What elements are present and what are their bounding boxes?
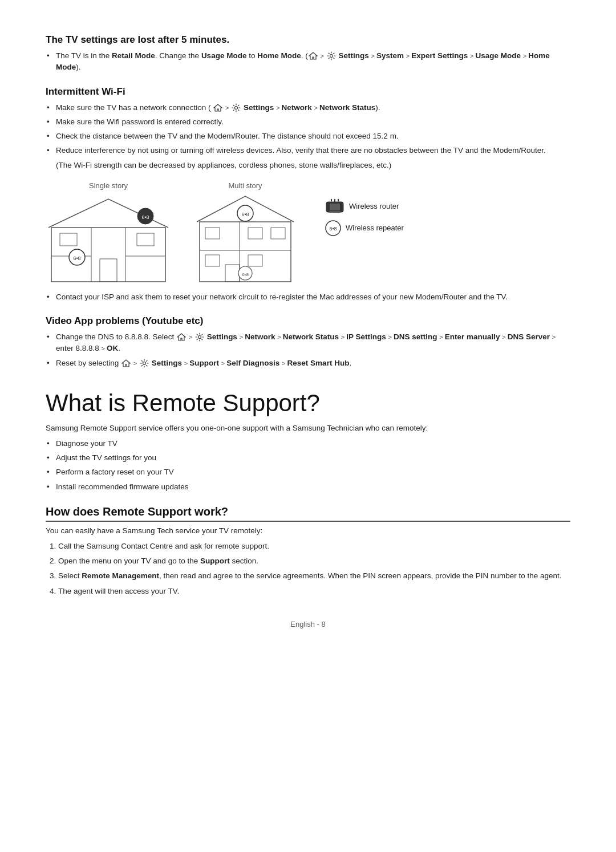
router-legend-item: Wireless router [325, 198, 404, 214]
how-remote-support-section: How does Remote Support work? You can ea… [46, 505, 570, 597]
wifi-bullet-4: Reduce interference by not using or turn… [46, 145, 570, 156]
how-intro: You can easily have a Samsung Tech servi… [46, 526, 570, 535]
dns-setting-label: DNS setting [394, 332, 437, 341]
svg-text:6•8: 6•8 [241, 212, 249, 217]
how-step-2: Open the menu on your TV and go to the S… [58, 555, 570, 567]
video-bullet-2: Reset by selecting > Settings > Support … [46, 358, 570, 369]
svg-rect-20 [248, 255, 262, 266]
home-icon [177, 333, 186, 341]
svg-rect-31 [329, 211, 341, 213]
remote-support-section: What is Remote Support? Samsung Remote S… [46, 390, 570, 493]
chevron: > [439, 334, 444, 340]
chevron: > [184, 360, 189, 367]
chevron: > [406, 52, 411, 59]
remote-bullet-4: Install recommended firmware updates [46, 481, 570, 493]
svg-rect-6 [100, 259, 117, 282]
reset-text: Reset by selecting > Settings > Support … [56, 359, 351, 367]
single-story-svg: 6•8 6•8 [46, 193, 171, 285]
network-status-label: Network Status [319, 103, 375, 112]
dns-change-text: Change the DNS to 8.8.8.8. Select > Sett… [56, 332, 556, 352]
support-label: Support [200, 557, 230, 565]
video-bullet-1: Change the DNS to 8.8.8.8. Select > Sett… [46, 331, 570, 355]
svg-rect-27 [330, 204, 340, 210]
gear-icon [140, 359, 149, 368]
chevron: > [240, 334, 245, 340]
svg-rect-19 [205, 255, 220, 266]
router-legend-icon [325, 198, 345, 214]
multi-story-label: Multi story [228, 181, 262, 190]
svg-text:6•8: 6•8 [329, 226, 337, 232]
svg-rect-8 [137, 233, 154, 246]
tv-settings-bullet-1: The TV is in the Retail Mode. Change the… [46, 50, 570, 74]
chevron: > [277, 334, 282, 340]
settings-label: Settings [338, 51, 368, 60]
ip-settings-label: IP Settings [346, 332, 386, 341]
wifi-bullet-2: Make sure the Wifi password is entered c… [46, 116, 570, 128]
video-app-section: Video App problems (Youtube etc) Change … [46, 315, 570, 369]
tv-settings-title: The TV settings are lost after 5 minutes… [46, 34, 570, 46]
chevron: > [341, 334, 346, 340]
wifi-legend: Wireless router 6•8 Wireless repeater [325, 181, 404, 236]
repeater-legend-label: Wireless repeater [346, 224, 404, 232]
tv-settings-text: The TV is in the Retail Mode. Change the… [56, 51, 550, 71]
chevron: > [282, 360, 287, 367]
chevron: > [225, 104, 229, 111]
network-label: Network [245, 332, 275, 341]
dns-server-label: DNS Server [508, 332, 550, 341]
settings-label: Settings [207, 332, 237, 341]
reset-smart-hub-label: Reset Smart Hub [287, 359, 350, 367]
usage-mode-label: Usage Mode [201, 51, 247, 60]
wifi-bullets: Make sure the TV has a network connectio… [46, 102, 570, 157]
enter-manually-label: Enter manually [445, 332, 500, 341]
chevron: > [388, 334, 393, 340]
remote-support-title: What is Remote Support? [46, 390, 570, 417]
gear-icon [327, 51, 336, 60]
settings-label: Settings [152, 359, 182, 367]
network-status-label: Network Status [283, 332, 339, 341]
svg-rect-21 [225, 265, 240, 282]
chevron: > [189, 334, 192, 340]
remote-support-intro: Samsung Remote Support service offers yo… [46, 424, 570, 432]
chevron: > [102, 345, 107, 352]
wifi-bullet-1: Make sure the TV has a network connectio… [46, 102, 570, 113]
settings-label: Settings [244, 103, 274, 112]
wifi-section: Intermittent Wi-Fi Make sure the TV has … [46, 86, 570, 303]
remote-bullet-2: Adjust the TV settings for you [46, 452, 570, 464]
expert-settings-label: Expert Settings [411, 51, 468, 60]
remote-bullet-3: Perform a factory reset on your TV [46, 466, 570, 478]
remote-support-bullets: Diagnose your TV Adjust the TV settings … [46, 438, 570, 493]
usage-mode-label2: Usage Mode [476, 51, 521, 60]
repeater-legend-icon: 6•8 [325, 220, 341, 236]
svg-rect-1 [51, 228, 165, 282]
network-label: Network [281, 103, 311, 112]
video-bullets: Change the DNS to 8.8.8.8. Select > Sett… [46, 331, 570, 369]
video-app-title: Video App problems (Youtube etc) [46, 315, 570, 327]
home-icon [213, 104, 222, 112]
chevron: > [552, 334, 556, 340]
tv-settings-section: The TV settings are lost after 5 minutes… [46, 34, 570, 74]
remote-management-label: Remote Management [82, 571, 159, 580]
chevron: > [320, 52, 323, 59]
repeater-legend-item: 6•8 Wireless repeater [325, 220, 404, 236]
single-story-diagram: Single story 6•8 [46, 181, 171, 285]
chevron: > [523, 52, 528, 59]
self-diagnosis-label: Self Diagnosis [226, 359, 279, 367]
ok-label: OK [107, 344, 118, 352]
router-legend-label: Wireless router [349, 202, 399, 210]
svg-text:6•8: 6•8 [141, 214, 149, 220]
home-mode-label: Home Mode [257, 51, 301, 60]
remote-bullet-1: Diagnose your TV [46, 438, 570, 449]
single-story-label: Single story [89, 181, 128, 190]
footer-text: English - 8 [290, 620, 325, 628]
gear-icon [195, 332, 204, 342]
chevron: > [371, 52, 376, 59]
chevron: > [470, 52, 475, 59]
wifi-contact-bullet: Contact your ISP and ask them to reset y… [46, 291, 570, 303]
home-icon [121, 359, 131, 367]
system-label: System [376, 51, 404, 60]
chevron: > [314, 104, 319, 111]
svg-text:6•8: 6•8 [242, 272, 249, 277]
wifi-title: Intermittent Wi-Fi [46, 86, 570, 98]
how-steps-list: Call the Samsung Contact Centre and ask … [46, 541, 570, 597]
multi-story-diagram: Multi story 6• [183, 181, 308, 285]
